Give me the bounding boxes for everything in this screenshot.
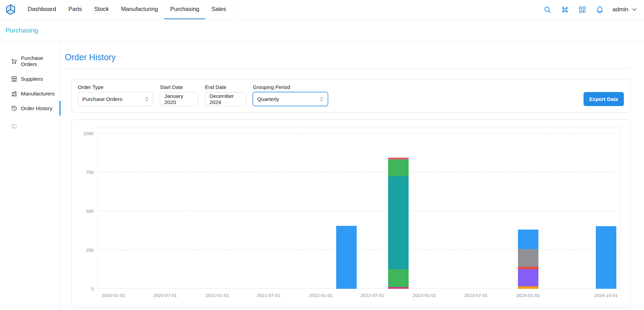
filter-start-date: Start Date January 2020 [160,84,198,106]
content-layout: Purchase Orders Suppliers Manufacturers … [0,41,644,310]
bar-segment[interactable] [518,286,538,289]
command-palette-icon[interactable] [560,5,570,14]
bar-segment[interactable] [518,230,538,249]
gridline-y-500 [98,211,620,211]
select-caret-icon [319,96,325,102]
barcode-scan-icon[interactable] [578,5,587,14]
sidebar-item-suppliers[interactable]: Suppliers [0,72,60,86]
x-axis-tick-label: 2022-01-01 [309,293,333,298]
order-type-select[interactable]: Purchase Orders [78,92,153,106]
notifications-bell-icon[interactable] [595,5,604,14]
y-axis-tick-label: 750 [86,170,94,175]
nav-tab-dashboard[interactable]: Dashboard [22,0,62,19]
nav-tab-parts[interactable]: Parts [62,0,88,19]
chart-panel: 025050075010002020-01-012020-07-012021-0… [71,119,630,308]
y-axis-tick-label: 0 [91,286,94,292]
x-axis-tick-label: 2024-01-01 [516,293,540,298]
bar-segment[interactable] [518,249,538,267]
sidebar: Purchase Orders Suppliers Manufacturers … [0,41,61,310]
sidebar-item-order-history[interactable]: Order History [0,101,60,116]
grouping-period-select[interactable]: Quarterly [253,92,328,106]
gridline-y-250 [98,250,620,250]
search-icon[interactable] [543,5,552,14]
breadcrumb-purchasing-link[interactable]: Purchasing [5,27,38,34]
order-type-label: Order Type [78,84,153,90]
filter-grouping-period: Grouping Period Quarterly [253,84,328,106]
sidebar-item-label: Order History [21,105,52,112]
nav-tab-sales[interactable]: Sales [205,0,232,19]
filter-end-date: End Date December 2024 [205,84,246,106]
y-axis-tick-label: 500 [86,209,94,214]
breadcrumb: Purchasing [0,20,644,41]
nav-tab-stock[interactable]: Stock [88,0,115,19]
select-caret-icon [144,96,150,102]
username: admin [613,6,628,13]
gridline-y-0 [98,288,620,289]
x-axis-tick-label: 2020-01-01 [101,293,125,298]
sidebar-item-label: Suppliers [21,76,43,82]
factory-icon [11,90,17,97]
sidebar-item-purchase-orders[interactable]: Purchase Orders [0,51,60,72]
page-title: Order History [65,52,630,62]
stacked-bar-2022-04-01[interactable] [336,127,357,289]
sidebar-item-label: Manufacturers [21,91,55,97]
chart-plot: 025050075010002020-01-012020-07-012021-0… [98,127,620,289]
sidebar-collapse-icon[interactable] [11,123,17,129]
y-axis-tick-label: 1000 [83,131,94,136]
user-menu[interactable]: admin [613,6,638,13]
bar-segment[interactable] [388,160,409,176]
filter-panel: Order Type Purchase Orders Start Date Ja… [71,79,630,113]
main-content: Order History Order Type Purchase Orders… [61,41,644,310]
navbar-actions: admin [543,5,638,14]
bar-segment[interactable] [596,226,616,289]
gridline-y-1000 [98,133,620,133]
bar-segment[interactable] [388,176,409,269]
history-icon [11,105,17,112]
x-axis-tick-label: 2023-01-01 [413,293,436,298]
x-axis-tick-label: 2023-07-01 [464,293,488,298]
stacked-bar-2022-10-01[interactable] [388,127,409,289]
start-date-input[interactable]: January 2020 [160,92,198,106]
x-axis-tick-label: 2024-10-01 [594,293,618,298]
end-date-value: December 2024 [209,93,242,105]
x-axis-tick-label: 2022-07-01 [360,293,384,298]
export-data-button[interactable]: Export Data [584,92,624,106]
x-axis-tick-label: 2020-07-01 [153,293,177,298]
bar-segment[interactable] [388,269,409,287]
shopping-cart-icon [11,58,17,65]
y-axis-tick-label: 250 [86,247,94,253]
end-date-input[interactable]: December 2024 [205,92,246,106]
inventree-logo-icon[interactable] [5,4,16,15]
grouping-period-label: Grouping Period [253,84,328,90]
nav-tab-manufacturing[interactable]: Manufacturing [115,0,164,19]
stacked-bar-2024-10-01[interactable] [596,127,616,289]
nav-tab-purchasing[interactable]: Purchasing [164,0,205,19]
sidebar-item-manufacturers[interactable]: Manufacturers [0,86,60,101]
title-divider [65,68,630,69]
x-axis-tick-label: 2021-07-01 [257,293,280,298]
bar-segment[interactable] [336,226,357,289]
x-axis-tick-label: 2021-01-01 [205,293,229,298]
main-nav-tabs: Dashboard Parts Stock Manufacturing Purc… [21,0,233,19]
top-navbar: Dashboard Parts Stock Manufacturing Purc… [0,0,644,20]
bar-segment[interactable] [518,269,538,286]
order-type-value: Purchase Orders [82,96,122,102]
start-date-value: January 2020 [164,93,194,105]
start-date-label: Start Date [160,84,198,90]
gridline-y-750 [98,172,620,172]
end-date-label: End Date [205,84,246,90]
sidebar-item-label: Purchase Orders [21,55,58,67]
bar-segment[interactable] [518,267,538,269]
grouping-period-value: Quarterly [257,96,279,102]
filter-order-type: Order Type Purchase Orders [78,84,153,106]
storefront-icon [11,76,17,82]
chevron-down-icon [631,6,638,13]
bar-segment[interactable] [388,287,409,289]
stacked-bar-2024-01-01[interactable] [518,127,538,289]
